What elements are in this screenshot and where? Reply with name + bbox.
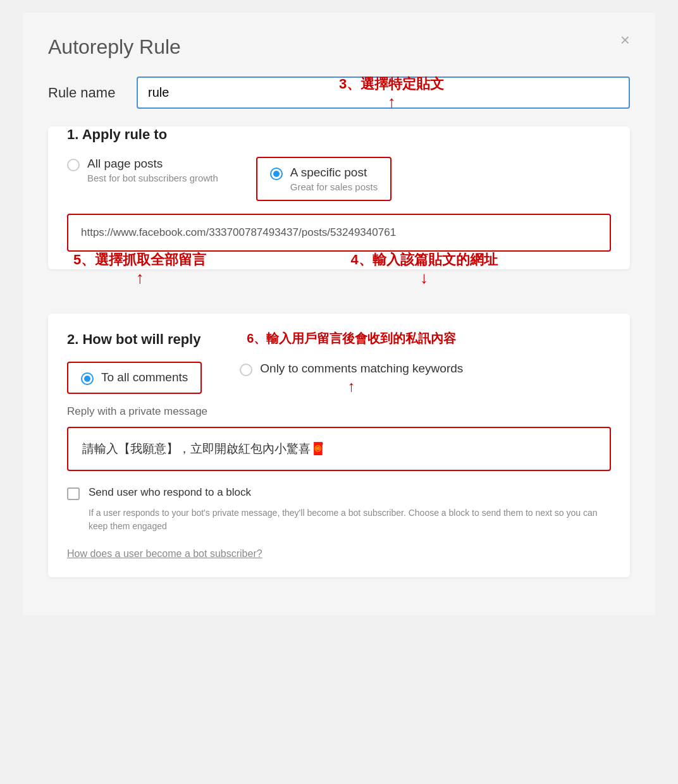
section1-title: 1. Apply rule to: [67, 126, 611, 143]
keywords-option-wrapper: 6、輸入用戶留言後會收到的私訊內容 Only to comments match…: [240, 362, 463, 376]
between-sections-annotations: 5、選擇抓取全部留言 ↑ 4、輸入該篇貼文的網址 ↓: [48, 276, 630, 314]
send-user-label: Send user who respond to a block: [89, 486, 251, 499]
apply-rule-radio-group: All page posts Best for bot subscribers …: [67, 157, 611, 201]
private-msg-label: Reply with a private message: [67, 405, 611, 418]
radio-all-comments[interactable]: To all comments: [67, 362, 202, 394]
url-input-box[interactable]: https://www.facebook.com/333700787493437…: [67, 214, 611, 252]
annotation-3-text: 3、選擇特定貼文: [339, 75, 444, 94]
annotation-6-text: 6、輸入用戶留言後會收到的私訊內容: [247, 331, 456, 345]
reply-options-group: To all comments 6、輸入用戶留言後會收到的私訊內容 Only t…: [67, 362, 611, 394]
apply-rule-section: 3、選擇特定貼文 ↑ 1. Apply rule to All page pos…: [48, 126, 630, 269]
radio-specific-sublabel: Great for sales posts: [290, 181, 378, 192]
annotation-5-wrapper: 5、選擇抓取全部留言 ↑: [73, 250, 206, 286]
annotation-6-wrapper: 6、輸入用戶留言後會收到的私訊內容: [247, 330, 456, 347]
radio-keywords[interactable]: Only to comments matching keywords: [240, 362, 463, 376]
send-user-checkbox[interactable]: [67, 487, 80, 500]
send-user-description: If a user responds to your bot's private…: [67, 506, 611, 533]
radio-all-sublabel: Best for bot subscribers growth: [87, 173, 218, 183]
radio-keywords-label: Only to comments matching keywords: [260, 362, 463, 376]
radio-circle-specific[interactable]: [270, 168, 283, 180]
radio-text-all: All page posts Best for bot subscribers …: [87, 157, 218, 183]
annotation-6-arrow: ↑: [348, 377, 355, 395]
bot-subscriber-link[interactable]: How does a user become a bot subscriber?: [67, 548, 262, 559]
annotation-3-wrapper: 3、選擇特定貼文 ↑: [339, 75, 444, 110]
radio-all-label: All page posts: [87, 157, 218, 171]
annotation-5-text: 5、選擇抓取全部留言: [73, 250, 206, 269]
radio-circle-all-comments[interactable]: [81, 372, 94, 385]
send-user-row: Send user who respond to a block: [67, 486, 611, 500]
how-reply-section: 2. How bot will reply To all comments 6、…: [48, 314, 630, 577]
radio-circle-all[interactable]: [67, 159, 80, 171]
radio-specific-post[interactable]: A specific post Great for sales posts: [256, 157, 391, 201]
radio-text-specific: A specific post Great for sales posts: [290, 166, 378, 192]
annotation-4-arrow: ↓: [420, 269, 428, 286]
radio-specific-label: A specific post: [290, 166, 378, 180]
modal-title: Autoreply Rule: [48, 35, 630, 59]
annotation-3-arrow: ↑: [388, 94, 396, 110]
close-button[interactable]: ×: [620, 32, 630, 48]
radio-circle-keywords[interactable]: [240, 364, 252, 376]
autoreply-rule-modal: Autoreply Rule × Rule name 3、選擇特定貼文 ↑ 1.…: [23, 13, 655, 615]
annotation-5-arrow: ↑: [136, 269, 144, 286]
private-msg-box[interactable]: 請輸入【我願意】，立即開啟紅包內小驚喜🧧: [67, 427, 611, 471]
radio-text-all-comments: To all comments: [101, 371, 188, 384]
radio-text-keywords: Only to comments matching keywords: [260, 362, 463, 376]
annotation-4-text: 4、輸入該篇貼文的網址: [350, 250, 497, 269]
radio-all-comments-label: To all comments: [101, 371, 188, 384]
rule-name-label: Rule name: [48, 85, 124, 101]
annotation-4-wrapper: 4、輸入該篇貼文的網址 ↓: [350, 250, 497, 286]
radio-all-page-posts[interactable]: All page posts Best for bot subscribers …: [67, 157, 218, 183]
